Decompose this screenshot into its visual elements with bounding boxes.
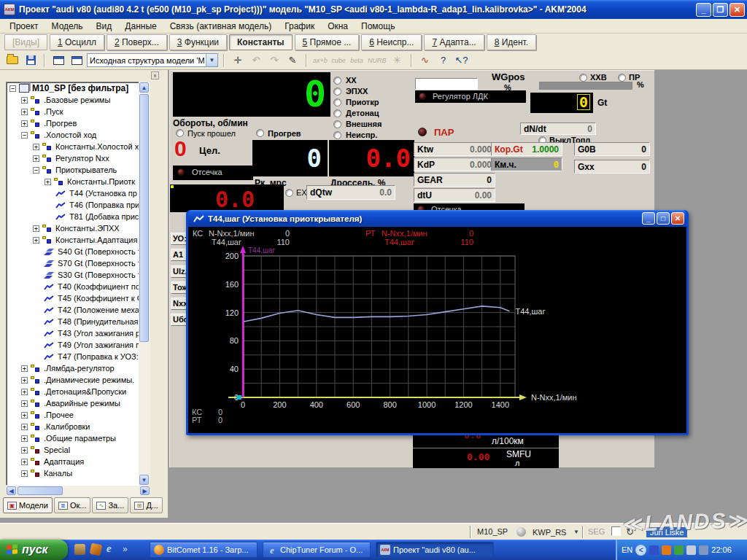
tree-item-константы-приотк[interactable]: +Константы.Приотк bbox=[7, 176, 150, 187]
tree-expander-icon[interactable]: − bbox=[33, 167, 39, 174]
tray-network-icon[interactable] bbox=[699, 545, 708, 555]
new-window-icon[interactable] bbox=[50, 53, 66, 68]
scroll-up-icon[interactable]: ▲ bbox=[139, 82, 149, 93]
tree-expander-icon[interactable]: + bbox=[21, 400, 28, 407]
view-tab-6-неиспр[interactable]: 6 Неиспр... bbox=[361, 34, 422, 50]
menu-item-связь-активная-модель[interactable]: Связь (активная модель) bbox=[163, 20, 278, 33]
menu-item-помощь[interactable]: Помощь bbox=[355, 20, 401, 33]
sync-icon[interactable]: ↻ bbox=[626, 526, 634, 537]
tree-expander-icon[interactable]: + bbox=[21, 120, 28, 127]
tree-expander-icon[interactable]: + bbox=[44, 179, 51, 185]
flag-radio[interactable] bbox=[333, 120, 341, 128]
tree-item-динамические-режимы[interactable]: +.Динамические режимы. bbox=[7, 374, 150, 386]
quick-launch-ie-icon[interactable]: e bbox=[107, 542, 112, 555]
menu-item-вид[interactable]: Вид bbox=[90, 20, 119, 33]
tree-item-пуск[interactable]: +.Пуск bbox=[7, 106, 150, 117]
tree-expander-icon[interactable]: + bbox=[21, 424, 28, 430]
tree-expander-icon[interactable]: + bbox=[33, 225, 39, 232]
scroll-down-icon[interactable]: ▼ bbox=[139, 475, 149, 485]
tree-expander-icon[interactable]: + bbox=[21, 377, 28, 384]
quick-launch-chevron-icon[interactable]: » bbox=[123, 544, 128, 554]
tree-item-базовые-режимы[interactable]: +.Базовые режимы bbox=[7, 94, 150, 106]
hide-icons-chevron[interactable]: < bbox=[635, 545, 646, 556]
view-tab-5-прямое[interactable]: 5 Прямое ... bbox=[295, 34, 360, 50]
tree-item-t46-поправка-при[interactable]: T46 (Поправка при bbox=[7, 199, 150, 211]
tree-item-m10-sp-без-фильтра[interactable]: −M10_SP [без фильтра] bbox=[7, 82, 150, 94]
context-help-icon[interactable]: ↖? bbox=[454, 53, 470, 68]
scroll-right-icon[interactable]: ▶ bbox=[140, 486, 150, 495]
tree-item-s30-gt-поверхность-т[interactable]: S30 Gt (Поверхность т bbox=[7, 269, 150, 281]
chart-close-button[interactable]: ✕ bbox=[671, 212, 684, 225]
ext-radio[interactable] bbox=[285, 189, 293, 197]
task-button-chiptuner-forum-o[interactable]: eChipTuner Forum - O... bbox=[263, 542, 371, 558]
tree-item-t44-установка-пр[interactable]: T44 (Установка пр bbox=[7, 187, 150, 199]
tree-item-t48-принудительная[interactable]: T48 (Принудительная bbox=[7, 316, 150, 327]
chart-window-titlebar[interactable]: T44,шаг (Установка приоткрывателя) _ □ ✕ bbox=[188, 210, 686, 227]
tree-item-аварийные-режимы[interactable]: +.Аварийные режимы bbox=[7, 397, 150, 409]
menu-item-график[interactable]: График bbox=[278, 20, 321, 33]
tree-expander-icon[interactable]: + bbox=[21, 447, 28, 454]
help-icon[interactable]: ? bbox=[436, 53, 452, 68]
flag-radio[interactable] bbox=[333, 131, 341, 139]
scroll-left-icon[interactable]: ◀ bbox=[7, 486, 16, 495]
tree-expander-icon[interactable]: + bbox=[21, 412, 28, 419]
tree-expander-icon[interactable]: + bbox=[21, 389, 28, 395]
language-indicator[interactable]: EN bbox=[622, 545, 632, 554]
tree-item-константы-эпхх[interactable]: +Константы.ЭПХХ bbox=[7, 222, 150, 234]
tree-vertical-scrollbar[interactable]: ▲ ▼ bbox=[139, 82, 150, 486]
tree-expander-icon[interactable]: − bbox=[21, 132, 28, 139]
open-project-icon[interactable] bbox=[4, 53, 20, 68]
tree-item-t43-угол-зажигания-р[interactable]: T43 (Угол зажигания р bbox=[7, 327, 150, 339]
tree-item-t42-положение-меха[interactable]: T42 (Положение меха bbox=[7, 304, 150, 316]
flag-radio[interactable] bbox=[333, 88, 341, 96]
tree-item-t81-добавка-прис[interactable]: T81 (Добавка прис bbox=[7, 211, 150, 222]
tree-item-special[interactable]: +Special bbox=[7, 444, 150, 456]
close-button[interactable]: ✕ bbox=[729, 3, 745, 17]
model-structure-dropdown[interactable]: Исходная структура модели 'M▼ bbox=[87, 53, 218, 67]
tree-item-лямбда-регулятор[interactable]: +.Лямбда-регулятор bbox=[7, 362, 150, 374]
tree-expander-icon[interactable]: + bbox=[21, 365, 28, 372]
chart-plot[interactable]: N-Nxx,1/мин04080120160200020040060080010… bbox=[188, 227, 686, 433]
view-tab-3-функции[interactable]: 3 Функции bbox=[169, 34, 227, 50]
tree-tab-модели[interactable]: ▣Модели bbox=[3, 497, 53, 513]
tree-item-общие-параметры[interactable]: +.Общие параметры bbox=[7, 432, 150, 444]
view-tab-1-осцилл[interactable]: 1 Осцилл bbox=[50, 34, 104, 50]
quick-launch-icon-2[interactable] bbox=[90, 543, 103, 556]
tree-item-детонация-пропуски[interactable]: +.Детонация&Пропуски bbox=[7, 386, 150, 397]
task-button-bitcomet-1-16-загр[interactable]: BitComet 1.16 - Загр... bbox=[150, 542, 258, 558]
tree-expander-icon[interactable]: + bbox=[33, 237, 39, 244]
tree-item-прочее[interactable]: +.Прочее bbox=[7, 409, 150, 421]
tree-item-t47-поправка-к-уоз[interactable]: T47 (Поправка к УОЗ: bbox=[7, 351, 150, 362]
xxb-radio[interactable] bbox=[579, 74, 587, 82]
tray-volume-icon[interactable] bbox=[686, 545, 696, 555]
scroll-thumb[interactable] bbox=[139, 94, 149, 342]
view-tab-8-идент[interactable]: 8 Идент. bbox=[487, 34, 536, 50]
quick-launch-icon-1[interactable] bbox=[74, 544, 85, 555]
protocol-dropdown[interactable]: KWP_RS▼ bbox=[533, 526, 579, 538]
warmup-radio[interactable] bbox=[256, 129, 264, 137]
chart-minimize-button[interactable]: _ bbox=[642, 212, 655, 225]
tree-expander-icon[interactable]: + bbox=[33, 155, 39, 162]
tree-item-холостой-ход[interactable]: −.Холостой ход bbox=[7, 129, 150, 141]
tree-item-t49-угол-зажигания-п[interactable]: T49 (Угол зажигания п bbox=[7, 339, 150, 351]
menu-item-проект[interactable]: Проект bbox=[3, 20, 45, 33]
edit-curve-icon[interactable]: ✎ bbox=[285, 53, 301, 68]
tree-tab-ок[interactable]: ≣Ок... bbox=[54, 497, 91, 513]
tree-horizontal-scrollbar[interactable]: ◀ ▶ bbox=[6, 486, 150, 497]
tree-item-калибровки[interactable]: +.Калибровки bbox=[7, 421, 150, 432]
chart-maximize-button[interactable]: □ bbox=[657, 212, 670, 225]
tree-tab-за[interactable]: ∿За... bbox=[92, 497, 128, 513]
tray-bitcomet-icon[interactable] bbox=[662, 545, 671, 555]
tree-item-s70-gt-поверхность-т[interactable]: S70 Gt (Поверхность т bbox=[7, 257, 150, 269]
flag-radio[interactable] bbox=[333, 77, 341, 85]
view-tab-виды[interactable]: [Виды] bbox=[4, 34, 47, 50]
chevron-down-icon[interactable]: ▼ bbox=[206, 54, 217, 66]
tree-item-константы-холостой-х[interactable]: +Константы.Холостой х bbox=[7, 141, 150, 152]
tree-expander-icon[interactable]: + bbox=[33, 144, 39, 150]
menu-item-данные[interactable]: Данные bbox=[118, 20, 163, 33]
tray-device-icon[interactable] bbox=[649, 545, 659, 555]
graph-icon[interactable]: ∿ bbox=[417, 53, 433, 68]
view-tab-2-поверх[interactable]: 2 Поверх... bbox=[107, 34, 167, 50]
save-icon[interactable] bbox=[23, 53, 39, 68]
tree-item-приоткрыватель[interactable]: −Приоткрыватель bbox=[7, 164, 150, 176]
